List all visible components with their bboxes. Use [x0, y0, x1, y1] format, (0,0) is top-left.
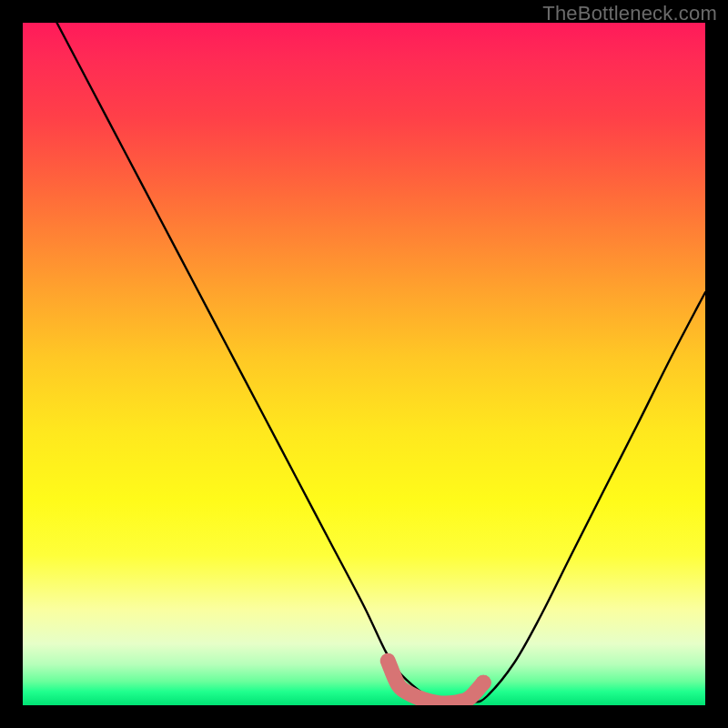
- chart-frame: TheBottleneck.com: [0, 0, 728, 728]
- optimal-range-highlight: [388, 661, 483, 703]
- bottleneck-curve: [57, 23, 706, 704]
- highlight-end-marker: [476, 675, 491, 691]
- curve-layer: [23, 23, 705, 705]
- plot-area: [23, 23, 705, 705]
